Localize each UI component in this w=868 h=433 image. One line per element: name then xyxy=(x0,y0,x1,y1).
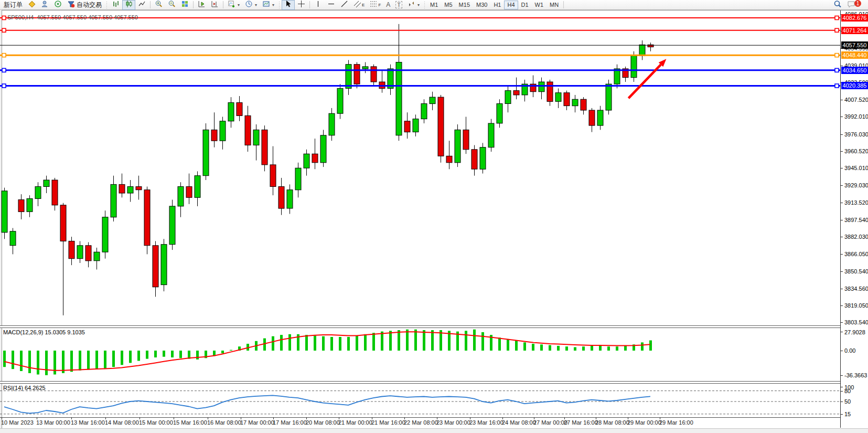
auto-trading-button[interactable]: 自动交易 xyxy=(65,0,104,10)
axis-tick xyxy=(841,289,843,289)
macd-axis-label: 0.00 xyxy=(844,347,855,354)
channel-tool-button[interactable]: E xyxy=(351,0,367,10)
zoom-in-button[interactable] xyxy=(152,0,165,10)
timeframe-m5-button[interactable]: M5 xyxy=(441,1,455,9)
crosshair-tool-button[interactable] xyxy=(295,0,308,10)
text-label-icon: T xyxy=(395,1,402,8)
chart-shift-button[interactable] xyxy=(208,0,221,10)
text-label-tool-button[interactable]: T xyxy=(393,0,405,10)
time-axis-tick xyxy=(437,417,437,419)
axis-tick xyxy=(841,117,843,117)
time-axis-tick xyxy=(174,417,174,419)
bar-chart-icon xyxy=(112,0,120,9)
tile-windows-icon xyxy=(181,0,189,9)
time-axis-tick xyxy=(241,417,241,419)
time-axis-label: 13 Mar 16:00 xyxy=(71,419,105,426)
timeframe-d1-button[interactable]: D1 xyxy=(518,1,532,9)
templates-button[interactable]: ▾ xyxy=(260,0,277,10)
timeframe-w1-button[interactable]: W1 xyxy=(532,1,547,9)
add-indicator-button[interactable]: ▾ xyxy=(225,0,242,10)
time-axis-tick xyxy=(564,417,565,419)
fibonacci-tool-button[interactable]: F xyxy=(367,0,383,10)
timeframe-h1-button[interactable]: H1 xyxy=(490,1,504,9)
time-axis-label: 23 Mar 00:00 xyxy=(436,419,470,426)
zoom-out-button[interactable] xyxy=(165,0,178,10)
line-chart-type-button[interactable] xyxy=(135,0,148,10)
axis-tick xyxy=(841,322,843,323)
horizontal-line-tool-button[interactable] xyxy=(325,0,338,10)
candlestick-chart-type-button[interactable] xyxy=(122,0,135,10)
trendline-icon xyxy=(340,0,348,9)
chart-shift-icon xyxy=(211,0,219,9)
search-button[interactable] xyxy=(831,0,844,10)
notifications-button[interactable]: 1 xyxy=(844,0,864,10)
axis-tick xyxy=(841,375,843,376)
price-axis[interactable]: 4082.6764071.2644057.5504048.4404034.650… xyxy=(840,10,868,428)
timeframe-m1-button[interactable]: M1 xyxy=(427,1,441,9)
axis-tick-label: 4007.520 xyxy=(844,97,868,103)
arrows-tool-button[interactable]: ▾ xyxy=(405,0,422,10)
axis-tick-label: 3803.540 xyxy=(844,319,868,325)
cursor-tool-button[interactable] xyxy=(282,0,295,10)
time-axis-tick xyxy=(502,417,503,419)
axis-tick xyxy=(841,66,843,66)
horizontal-line-icon xyxy=(327,0,335,9)
auto-scroll-button[interactable] xyxy=(195,0,208,10)
rsi-pane[interactable] xyxy=(0,384,840,417)
macd-axis-label: -36.3663 xyxy=(844,372,867,378)
new-order-button[interactable]: 新订单 xyxy=(1,0,25,10)
axis-tick-label: 3945.010 xyxy=(844,165,868,171)
crosshair-icon xyxy=(297,0,305,9)
toolbar-separator xyxy=(563,1,564,8)
time-axis-tick xyxy=(470,417,470,419)
text-tool-button[interactable]: A xyxy=(383,0,393,10)
chart-window-button[interactable] xyxy=(25,0,38,10)
vertical-line-icon xyxy=(314,0,322,9)
gold-diamond-icon xyxy=(28,0,36,9)
time-axis-tick xyxy=(372,417,372,419)
channel-icon xyxy=(353,0,362,9)
time-axis-label: 23 Mar 16:00 xyxy=(469,419,503,426)
time-axis-tick xyxy=(37,417,37,419)
macd-histogram xyxy=(3,330,652,375)
bar-chart-type-button[interactable] xyxy=(109,0,122,10)
channel-letter: E xyxy=(362,3,365,7)
time-axis-label: 20 Mar 08:00 xyxy=(306,419,340,426)
time-axis-label: 29 Mar 16:00 xyxy=(659,419,693,426)
rsi-axis-label: 80 xyxy=(844,388,851,394)
timeframe-m30-button[interactable]: M30 xyxy=(473,1,490,9)
price-badge: 4020.385 xyxy=(841,82,868,89)
axis-tick xyxy=(841,271,843,272)
dropdown-caret-icon: ▾ xyxy=(272,3,274,7)
time-axis-tick xyxy=(628,417,628,419)
axis-tick xyxy=(841,414,843,415)
time-axis-tick xyxy=(660,417,660,419)
time-axis-label: 15 Mar 16:00 xyxy=(173,419,207,426)
tile-windows-button[interactable] xyxy=(178,0,191,10)
axis-tick-label: 3834.560 xyxy=(844,286,868,292)
signal-button[interactable] xyxy=(51,0,65,10)
notification-badge: 1 xyxy=(854,0,861,7)
vertical-line-tool-button[interactable] xyxy=(312,0,325,10)
timeframe-mn-button[interactable]: MN xyxy=(546,1,562,9)
price-badge: 4034.650 xyxy=(841,67,868,74)
macd-pane[interactable] xyxy=(0,328,840,382)
time-axis-label: 16 Mar 08:00 xyxy=(207,419,241,426)
period-button[interactable]: ▾ xyxy=(242,0,260,10)
timeframe-h4-button[interactable]: H4 xyxy=(504,1,518,9)
main-price-pane[interactable] xyxy=(0,10,840,326)
time-axis-label: 17 Mar 16:00 xyxy=(273,419,307,426)
time-axis[interactable]: 10 Mar 202313 Mar 00:0013 Mar 16:0014 Ma… xyxy=(0,419,868,427)
timeframe-m15-button[interactable]: M15 xyxy=(456,1,473,9)
time-axis-label: 27 Mar 16:00 xyxy=(564,419,598,426)
axis-tick xyxy=(841,185,843,186)
axis-tick-label: 3882.030 xyxy=(844,234,868,240)
toolbar-grip xyxy=(278,1,280,8)
profile-button[interactable] xyxy=(38,0,51,10)
trendline-tool-button[interactable] xyxy=(338,0,351,10)
time-axis-label: 29 Mar 00:00 xyxy=(627,419,661,426)
time-axis-tick xyxy=(404,417,405,419)
time-axis-label: 21 Mar 16:00 xyxy=(371,419,405,426)
add-indicator-icon xyxy=(228,0,235,9)
time-axis-label: 14 Mar 08:00 xyxy=(105,419,139,426)
